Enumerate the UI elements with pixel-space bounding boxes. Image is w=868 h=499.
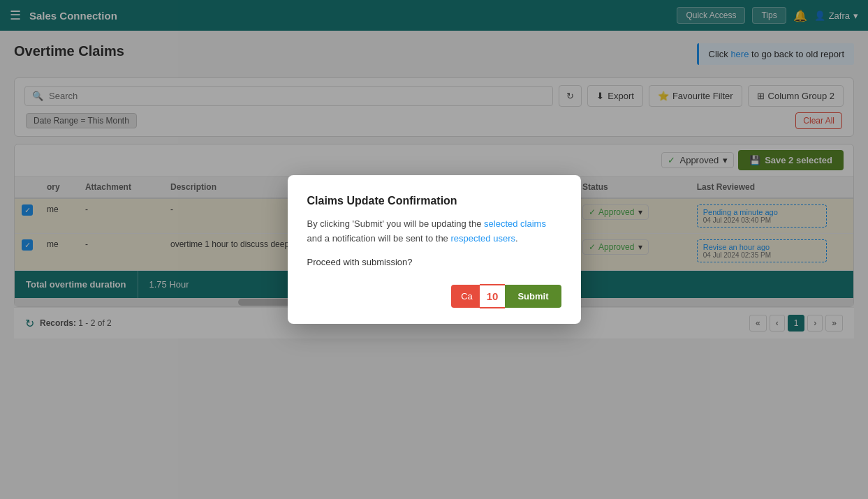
modal-dialog: Claims Update Confirmation By clicking '… — [288, 175, 581, 325]
modal-body-end: . — [515, 233, 518, 244]
modal-body-highlight1: selected claims — [484, 218, 546, 229]
modal-body-line2: and a notification will be sent to the — [307, 233, 451, 244]
modal-body-line1: By clicking 'Submit' you will be updatin… — [307, 218, 485, 229]
modal-counter-badge: 10 — [480, 284, 506, 308]
modal-footer: Ca 10 Submit — [307, 284, 561, 308]
modal-title: Claims Update Confirmation — [307, 195, 561, 207]
cancel-button[interactable]: Ca — [451, 285, 480, 308]
submit-button[interactable]: Submit — [505, 285, 561, 308]
modal-body-highlight2: respected users — [450, 233, 515, 244]
modal-overlay: Claims Update Confirmation By clicking '… — [0, 0, 868, 499]
modal-question: Proceed with submission? — [307, 257, 561, 267]
modal-body: By clicking 'Submit' you will be updatin… — [307, 217, 561, 246]
